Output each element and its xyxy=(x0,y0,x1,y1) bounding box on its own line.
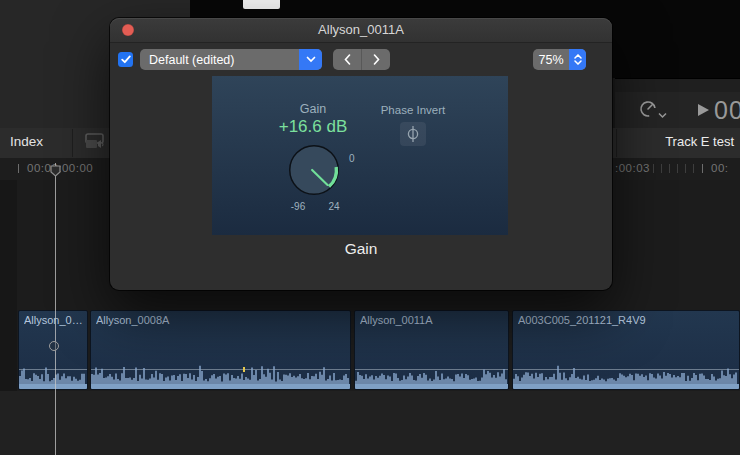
header-divider xyxy=(72,129,73,157)
toolbar-strip xyxy=(615,78,740,93)
audio-waveform xyxy=(91,362,350,384)
playhead[interactable] xyxy=(55,163,56,455)
zoom-stepper[interactable]: 75% xyxy=(533,49,586,70)
phase-invert-label: Phase Invert xyxy=(363,104,463,116)
clip-label: Allyson_00… xyxy=(24,314,83,326)
effect-enabled-checkbox[interactable] xyxy=(118,52,133,67)
play-icon[interactable] xyxy=(698,104,709,116)
phase-invert-button[interactable] xyxy=(400,122,426,146)
retime-chevron-down-icon[interactable] xyxy=(658,105,667,123)
previous-preset-button[interactable] xyxy=(333,49,362,70)
ruler-timecode-right: 00: xyxy=(711,162,729,174)
audio-clip[interactable]: Allyson_0008A xyxy=(90,310,351,390)
audio-lanes-icon[interactable] xyxy=(84,132,106,156)
preset-dropdown[interactable]: Default (edited) xyxy=(140,49,322,70)
plugin-name-label: Gain xyxy=(110,240,612,258)
chevron-down-icon xyxy=(299,49,322,70)
retime-icon[interactable] xyxy=(638,99,658,123)
clip-label: Allyson_0011A xyxy=(360,314,504,326)
gain-value[interactable]: +16.6 dB xyxy=(253,117,373,137)
clip-label: Allyson_0008A xyxy=(96,314,346,326)
gain-knob[interactable] xyxy=(286,142,342,198)
audio-clip[interactable]: Allyson_0011A xyxy=(354,310,509,390)
clip-bottom-strip xyxy=(513,384,739,389)
clip-marker xyxy=(243,367,245,372)
index-button[interactable]: Index xyxy=(10,134,43,149)
audio-waveform xyxy=(355,362,508,384)
ruler-tick-major xyxy=(702,164,703,173)
stepper-icon[interactable] xyxy=(569,49,586,70)
knob-min-label: -96 xyxy=(288,201,308,212)
audio-waveform xyxy=(19,362,87,384)
zoom-value: 75% xyxy=(533,53,569,67)
next-preset-button[interactable] xyxy=(362,49,390,70)
track-name-label: Track E test xyxy=(618,134,738,149)
timeline-empty-area xyxy=(0,391,740,455)
ruler-timecode-mid: :00:03 xyxy=(615,162,650,174)
window-title: Allyson_0011A xyxy=(110,22,612,37)
gain-plugin-panel: Gain +16.6 dB 0 -96 24 Phase Invert xyxy=(212,76,508,235)
timecode-display: 00 xyxy=(714,96,740,125)
clip-bottom-strip xyxy=(355,384,508,389)
window-titlebar[interactable]: Allyson_0011A xyxy=(110,18,612,43)
phase-invert-icon xyxy=(406,125,420,143)
clip-bottom-strip xyxy=(91,384,350,389)
clip-bottom-strip xyxy=(19,384,87,389)
plugin-window[interactable]: Allyson_0011A Default (edited) 75% Gain … xyxy=(110,18,612,290)
chevron-right-icon xyxy=(373,54,380,65)
knob-zero-label: 0 xyxy=(349,153,355,164)
knob-max-label: 24 xyxy=(324,201,344,212)
gain-param-label: Gain xyxy=(273,102,353,116)
header-divider-right xyxy=(616,129,617,157)
background-button-fragment xyxy=(243,0,280,9)
clip-label: A003C005_201121_R4V9 xyxy=(518,314,735,326)
ruler-tick xyxy=(18,164,19,173)
check-icon xyxy=(121,55,131,64)
audio-clip[interactable]: A003C005_201121_R4V9 xyxy=(512,310,740,390)
preset-dropdown-value: Default (edited) xyxy=(140,53,299,67)
preset-nav-buttons xyxy=(333,49,390,70)
audio-waveform xyxy=(513,362,739,384)
playhead-marker[interactable] xyxy=(50,163,61,181)
playhead-handle[interactable] xyxy=(49,341,59,351)
chevron-left-icon xyxy=(344,54,351,65)
